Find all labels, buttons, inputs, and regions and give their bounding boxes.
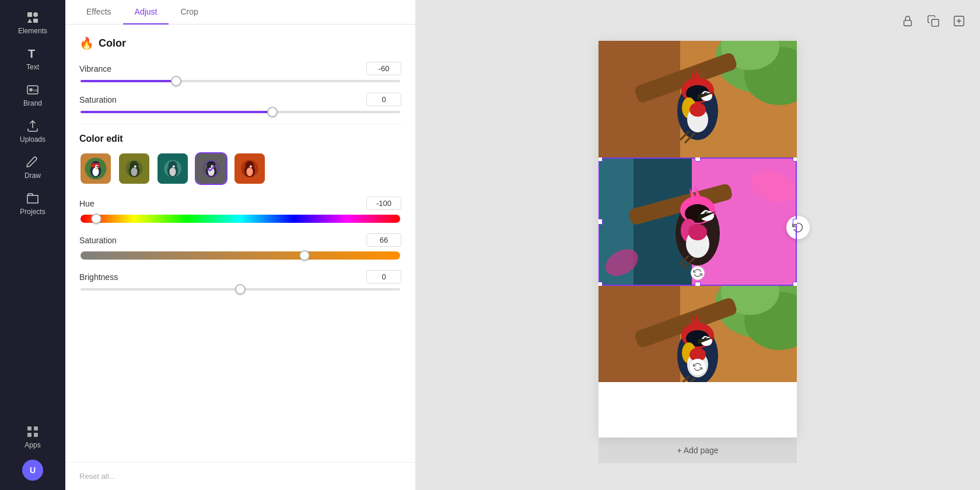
avatar[interactable]: U [22,460,43,481]
elements-label: Elements [18,27,47,35]
sidebar-item-uploads[interactable]: Uploads [0,113,65,149]
svg-marker-2 [27,19,32,23]
svg-rect-3 [33,19,38,23]
color-preset-2[interactable] [118,152,150,185]
projects-label: Projects [20,208,45,216]
sidebar-item-brand[interactable]: co Brand [0,77,65,113]
refresh-button[interactable] [786,216,810,239]
svg-point-51 [250,165,252,167]
sidebar-item-text[interactable]: T Text [0,41,65,77]
adjust-panel: Effects Adjust Crop 🔥 Color Vibrance Sat… [65,0,415,490]
svg-point-34 [173,165,175,167]
bird-image-1 [598,41,797,158]
image3-rotate[interactable] [690,359,706,375]
draw-icon [26,155,40,169]
svg-rect-1 [33,12,38,17]
color-preset-3[interactable] [156,152,189,185]
svg-point-50 [246,167,253,176]
svg-point-26 [131,167,137,176]
color-section-header: 🔥 Color [79,36,401,50]
color-edit-title: Color edit [79,134,401,144]
color-preset-1[interactable] [79,152,112,185]
text-label: Text [26,63,39,71]
tab-crop[interactable]: Crop [169,0,209,24]
sat-track[interactable] [80,251,400,260]
brand-icon: co [26,83,40,97]
sidebar-item-projects[interactable]: Projects [0,186,65,222]
add-page-bar[interactable]: + Add page [598,438,797,463]
color-icon: 🔥 [79,36,94,50]
svg-rect-52 [904,20,912,26]
uploads-label: Uploads [20,135,46,144]
saturation1-track[interactable] [80,111,400,113]
brightness-row: Brightness [79,270,401,290]
divider-1 [79,124,401,124]
saturation1-row: Saturation [79,93,401,113]
svg-point-6 [29,88,33,92]
canvas-document [598,41,797,438]
bottom-partial: Reset all... [65,462,415,490]
tab-effects[interactable]: Effects [75,0,123,24]
brightness-label: Brightness [79,272,118,282]
draw-label: Draw [24,172,41,180]
hue-label: Hue [79,199,94,208]
color-presets [79,152,401,185]
svg-rect-9 [34,426,38,430]
refresh-icon [792,222,804,233]
svg-rect-10 [27,433,32,437]
bri-track[interactable] [80,288,400,290]
copy-button[interactable] [924,12,943,30]
lock-button[interactable] [898,12,917,30]
canvas-toolbar [898,12,968,30]
svg-point-33 [169,167,176,176]
sidebar: Elements T Text co Brand Uploads Draw [0,0,65,490]
canvas-area: + Add page [415,0,980,490]
svg-rect-53 [932,19,939,26]
brightness-input[interactable] [366,270,401,284]
apps-label: Apps [24,441,40,449]
sidebar-item-elements[interactable]: Elements [0,5,65,41]
tab-adjust[interactable]: Adjust [123,0,169,24]
hue-track[interactable] [80,215,400,223]
rotate-icon [693,268,702,278]
svg-text:co: co [33,88,38,92]
image-slot-1[interactable] [598,41,797,158]
copy-icon [927,15,940,27]
vibrance-input[interactable] [366,62,401,75]
sidebar-item-draw[interactable]: Draw [0,149,65,186]
projects-icon [26,191,40,205]
saturation1-input[interactable] [366,93,401,106]
hue-input[interactable] [366,197,401,210]
add-page-label: + Add page [677,446,718,455]
vibrance-track[interactable] [80,80,400,82]
rotate-icon-3 [693,362,702,372]
panel-content: 🔥 Color Vibrance Saturation [65,24,415,462]
brand-label: Brand [23,99,42,107]
apps-icon [26,425,40,439]
color-preset-5[interactable] [233,152,266,185]
vibrance-label: Vibrance [79,64,111,74]
text-icon: T [26,47,40,61]
image-slot-3[interactable] [598,286,797,382]
vibrance-row: Vibrance [79,62,401,82]
panel-tabs: Effects Adjust Crop [65,0,415,24]
svg-text:T: T [28,47,35,60]
svg-point-44 [205,163,217,174]
svg-rect-0 [27,12,32,17]
svg-rect-8 [27,426,32,430]
lock-icon [901,15,914,27]
uploads-icon [26,119,40,133]
svg-point-19 [96,166,98,167]
svg-point-94 [688,224,707,240]
add-icon [953,15,965,27]
reset-label: Reset all... [79,472,115,481]
add-button[interactable] [950,12,968,30]
rotate-handle[interactable] [691,266,705,280]
svg-point-27 [134,165,136,167]
image-slot-2[interactable] [598,158,797,286]
color-title: Color [99,37,126,50]
sidebar-item-apps[interactable]: Apps [0,419,65,455]
saturation2-input[interactable] [366,233,401,247]
color-preset-4[interactable] [195,152,228,185]
svg-rect-11 [34,433,38,437]
